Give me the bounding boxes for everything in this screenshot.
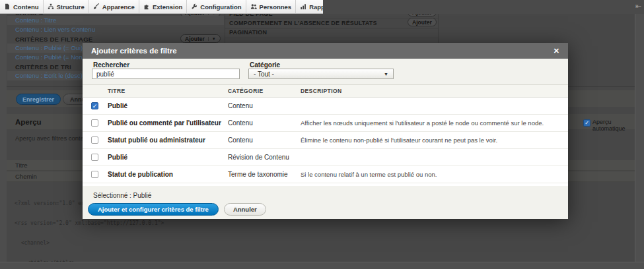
- category-select-value: - Tout -: [254, 71, 274, 78]
- screen: CHAMPS Ajouter▼ Contenu : Titre Contenu …: [0, 0, 644, 269]
- row-description: Élimine le contenu non-publié si l'utili…: [301, 132, 563, 148]
- search-input[interactable]: [92, 69, 240, 79]
- table-row[interactable]: Statut publié ou administrateur Contenu …: [83, 132, 568, 149]
- modal-cancel-button[interactable]: Annuler: [224, 203, 266, 216]
- toolbar-orientation-toggle-icon[interactable]: ⇤: [635, 2, 641, 11]
- toolbar-item-configuration[interactable]: Configuration: [187, 0, 246, 13]
- preview-title: Aperçu: [15, 118, 42, 126]
- barchart-icon: [300, 3, 306, 10]
- search-label: Rechercher: [93, 61, 129, 69]
- row-category: Contenu: [228, 115, 253, 131]
- section-header-tri: CRITÈRES DE TRI: [15, 63, 71, 71]
- filter-table: TITRE CATÉGORIE DESCRIPTION ✓ Publié Con…: [83, 85, 568, 186]
- category-label: Catégorie: [250, 61, 280, 69]
- table-row[interactable]: ✓ Publié Contenu: [83, 98, 568, 115]
- auto-preview-checkbox[interactable]: ✓: [583, 119, 590, 127]
- row-checkbox[interactable]: [91, 136, 98, 144]
- document-icon: [4, 3, 11, 10]
- field-link[interactable]: Contenu : Titre: [7, 16, 224, 25]
- table-row[interactable]: Statut de publication Terme de taxonomie…: [83, 166, 568, 183]
- chevron-down-icon: ▼: [208, 37, 216, 41]
- column-header-categorie: CATÉGORIE: [228, 85, 264, 97]
- close-icon[interactable]: ✕: [554, 47, 559, 55]
- modal-footer: Ajouter et configurer critères de filtre…: [88, 203, 266, 216]
- modal-title: Ajouter critères de filtre: [91, 47, 177, 55]
- paintbrush-icon: [93, 3, 100, 10]
- toolbar-item-personnes[interactable]: Personnes: [246, 0, 297, 13]
- toolbar-item-extension[interactable]: Extension: [139, 0, 187, 13]
- toolbar-item-apparence[interactable]: Apparence: [89, 0, 139, 13]
- row-checkbox[interactable]: [91, 119, 98, 127]
- row-checkbox[interactable]: [91, 171, 98, 178]
- row-title: Publié: [108, 98, 223, 114]
- row-title: Statut publié ou administrateur: [108, 132, 223, 148]
- row-title: Publié: [108, 149, 223, 165]
- section-header-filtrage: CRITÈRES DE FILTRAGE: [15, 36, 92, 43]
- sitemap-icon: [48, 3, 54, 10]
- section-header-pagination: PAGINATION: [229, 29, 267, 36]
- row-category: Révision de Contenu: [228, 149, 289, 165]
- check-icon: ✓: [92, 103, 98, 109]
- row-category: Terme de taxonomie: [228, 166, 288, 183]
- row-title: Statut de publication: [108, 166, 223, 183]
- puzzle-icon: [143, 3, 150, 10]
- row-checkbox[interactable]: ✓: [91, 102, 98, 109]
- admin-toolbar: Contenu Structure Apparence Extension Co…: [0, 0, 644, 14]
- modal-header[interactable]: Ajouter critères de filtre ✕: [83, 43, 568, 59]
- add-filter-modal: Ajouter critères de filtre ✕ Rechercher …: [83, 43, 568, 219]
- check-icon: ✓: [585, 120, 589, 126]
- toolbar-item-rapports[interactable]: Rapports: [296, 0, 323, 13]
- save-button[interactable]: Enregistrer: [16, 94, 61, 105]
- column-header-titre: TITRE: [108, 85, 125, 97]
- toolbar-item-structure[interactable]: Structure: [44, 0, 89, 13]
- admin-toolbar-tray: Contenu Structure Apparence Extension Co…: [0, 0, 323, 14]
- wrench-icon: [191, 3, 197, 10]
- selected-summary: Sélectionné : Publié: [93, 192, 151, 199]
- row-category: Contenu: [228, 132, 253, 148]
- table-row[interactable]: Publié Révision de Contenu: [83, 149, 568, 166]
- people-icon: [250, 3, 257, 10]
- category-select[interactable]: - Tout - ▼: [248, 69, 394, 79]
- row-checkbox[interactable]: [91, 154, 98, 161]
- vertical-scrollbar[interactable]: [635, 14, 644, 262]
- table-header-row: TITRE CATÉGORIE DESCRIPTION: [83, 85, 568, 98]
- column-header-description: DESCRIPTION: [301, 85, 342, 97]
- add-filter-button[interactable]: Ajouter▼: [180, 34, 221, 43]
- row-divider: [225, 38, 438, 38]
- row-title: Publié ou commenté par l'utilisateur: [108, 115, 223, 131]
- page-gutter: [0, 14, 7, 262]
- chevron-down-icon: ▼: [384, 72, 388, 76]
- row-description: Si le contenu relatif à un terme est pub…: [301, 166, 563, 183]
- horizontal-scrollbar[interactable]: [0, 262, 644, 269]
- code-line: <channel>: [15, 240, 164, 247]
- row-divider: [225, 18, 438, 19]
- toolbar-item-contenu[interactable]: Contenu: [0, 0, 44, 13]
- table-row[interactable]: Publié ou commenté par l'utilisateur Con…: [83, 115, 568, 132]
- row-description: Afficher les nœuds uniquement si l'utili…: [301, 115, 563, 131]
- field-link[interactable]: Contenu : Lien vers Contenu: [7, 25, 224, 34]
- submit-button[interactable]: Ajouter et configurer critères de filtre: [88, 203, 219, 216]
- add-no-results-button[interactable]: Ajouter: [408, 18, 437, 26]
- code-line: <rss version="2.0" xml:base="http://127.…: [15, 220, 164, 227]
- row-category: Contenu: [228, 98, 253, 114]
- section-header-comportement: COMPORTEMENT EN L'ABSENCE DE RÉSULTATS: [229, 20, 377, 26]
